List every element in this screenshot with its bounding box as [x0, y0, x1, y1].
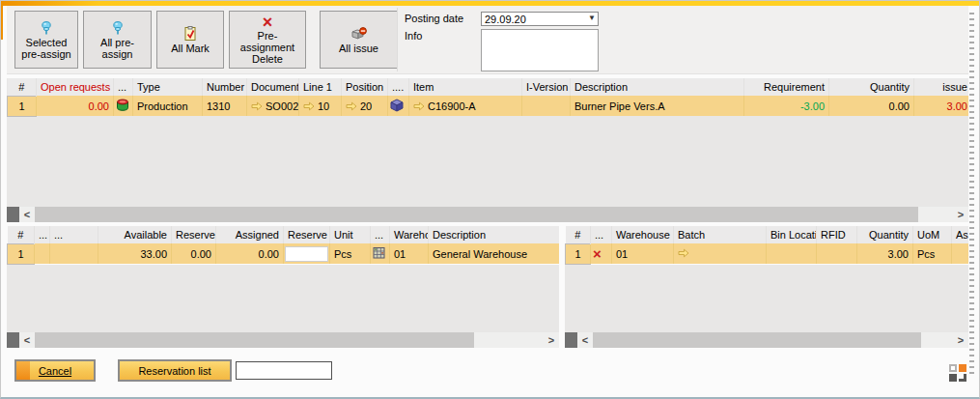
row-number[interactable]: 1	[8, 243, 35, 264]
footer-text-input[interactable]	[236, 361, 332, 380]
warehouse-cell[interactable]: 01	[612, 243, 674, 264]
scrollbar-thumb[interactable]	[593, 332, 921, 348]
scrollbar-thumb[interactable]	[35, 207, 918, 222]
col-unit[interactable]: Unit	[330, 226, 371, 243]
col-bin-location[interactable]: Bin Location	[767, 226, 817, 243]
col-dots[interactable]: ...	[371, 226, 390, 243]
line1-cell[interactable]: 10	[299, 96, 342, 116]
col-reserved[interactable]: Reserved	[172, 226, 216, 243]
info-input[interactable]	[481, 29, 599, 71]
col-quantity[interactable]: Quantity	[829, 78, 914, 96]
col-assigned[interactable]: Assigned	[216, 226, 284, 243]
allocation-scrollbar[interactable]: < >	[565, 332, 968, 348]
available-cell[interactable]: 33.00	[98, 243, 172, 264]
col-num[interactable]: #	[8, 78, 37, 96]
batch-cell[interactable]	[674, 243, 767, 264]
quantity-cell[interactable]: 0.00	[829, 96, 914, 116]
col-num[interactable]: #	[8, 226, 35, 243]
reserve-qty-input[interactable]	[285, 246, 328, 262]
scroll-right-button[interactable]: >	[953, 332, 968, 348]
col-quantity[interactable]: Quantity	[857, 226, 913, 243]
col-description[interactable]: Description	[571, 78, 744, 96]
col-dots2[interactable]: ....	[388, 78, 409, 96]
button-label: All issue	[339, 43, 378, 54]
position-cell[interactable]: 20	[342, 96, 388, 116]
scroll-left-button[interactable]: <	[577, 332, 593, 348]
col-line1[interactable]: Line 1	[299, 78, 342, 96]
red-x-icon[interactable]: ×	[593, 245, 602, 262]
row-number[interactable]: 1	[8, 96, 37, 116]
uom-cell[interactable]: Pcs	[913, 243, 952, 264]
all-issue-button[interactable]: All issue	[320, 11, 398, 69]
link-arrow-icon[interactable]	[251, 101, 263, 111]
posting-date-dropdown[interactable]: 29.09.20 ▼	[481, 12, 599, 26]
col-type[interactable]: Type	[133, 78, 203, 96]
rfid-cell[interactable]	[817, 243, 857, 264]
warehouse-desc-cell[interactable]: General Warehouse	[429, 243, 560, 264]
delete-row-cell[interactable]: ×	[591, 243, 612, 264]
item-cell[interactable]: C16900-A	[409, 96, 522, 116]
scroll-right-button[interactable]: >	[544, 332, 559, 348]
table-row[interactable]: 1 × 01 3.00 Pcs	[566, 243, 969, 264]
col-warehouse[interactable]: Warehouse	[612, 226, 674, 243]
type-cell[interactable]: Production	[133, 96, 203, 116]
table-row[interactable]: 1 0.00 Production 1310 SO0026 10 20 C169…	[8, 96, 969, 116]
col-dots[interactable]: ...	[35, 226, 50, 243]
resize-grip-icon[interactable]	[949, 364, 966, 382]
chevron-down-icon[interactable]: ▼	[588, 14, 596, 22]
col-warehouse[interactable]: Warehouse	[390, 226, 429, 243]
open-requests-cell[interactable]: 0.00	[37, 96, 114, 116]
cancel-button[interactable]: Cancel	[14, 359, 96, 382]
col-available[interactable]: Available	[98, 226, 172, 243]
selected-pre-assign-button[interactable]: Selected pre-assign	[14, 11, 78, 69]
col-issue[interactable]: issue	[914, 78, 969, 96]
reservation-list-button[interactable]: Reservation list	[118, 359, 232, 382]
unit-cell[interactable]: Pcs	[330, 243, 371, 264]
assigned-cell[interactable]: 0.00	[216, 243, 284, 264]
col-number[interactable]: Number	[203, 78, 247, 96]
scroll-left-button[interactable]: <	[19, 207, 35, 222]
table-row[interactable]: 1 33.00 0.00 0.00 Pcs 01 General Warehou…	[8, 243, 560, 264]
col-num[interactable]: #	[566, 226, 591, 243]
all-pre-assign-button[interactable]: All pre-assign	[83, 11, 152, 69]
requests-table-scrollbar[interactable]: < >	[7, 207, 968, 222]
col-item[interactable]: Item	[409, 78, 522, 96]
row-number[interactable]: 1	[566, 243, 591, 264]
availability-scrollbar[interactable]: < >	[7, 332, 559, 348]
issue-cell[interactable]: 3.00	[914, 96, 969, 116]
col-dots[interactable]: ...	[50, 226, 98, 243]
link-arrow-icon[interactable]	[346, 101, 357, 111]
pre-assignment-delete-button[interactable]: × Pre-assignment Delete	[229, 11, 306, 69]
scroll-left-button[interactable]: <	[19, 332, 35, 348]
description-cell[interactable]: Burner Pipe Vers.A	[571, 96, 744, 116]
col-position[interactable]: Position	[342, 78, 388, 96]
requirement-cell[interactable]: -3.00	[744, 96, 829, 116]
document-cell[interactable]: SO0026	[247, 96, 299, 116]
col-assigned[interactable]: As	[952, 226, 969, 243]
window-edge-grip[interactable]	[969, 13, 974, 374]
link-arrow-icon[interactable]	[303, 101, 315, 111]
reserved-cell[interactable]: 0.00	[172, 243, 216, 264]
i-version-cell[interactable]	[522, 96, 571, 116]
col-rfid[interactable]: RFID	[817, 226, 857, 243]
scrollbar-thumb[interactable]	[35, 332, 474, 348]
col-description[interactable]: Description	[429, 226, 560, 243]
link-arrow-icon[interactable]	[678, 248, 689, 258]
warehouse-cell[interactable]: 01	[390, 243, 429, 264]
col-dots[interactable]: ...	[114, 78, 133, 96]
quantity-cell[interactable]: 3.00	[857, 243, 913, 264]
col-dots[interactable]: ...	[591, 226, 612, 243]
col-batch[interactable]: Batch	[674, 226, 767, 243]
link-arrow-icon[interactable]	[413, 101, 425, 111]
col-i-version[interactable]: I-Version	[522, 78, 571, 96]
col-document[interactable]: Document	[247, 78, 299, 96]
reserve-cell[interactable]	[284, 243, 330, 264]
col-requirement[interactable]: Requirement	[744, 78, 829, 96]
col-uom[interactable]: UoM	[913, 226, 952, 243]
number-cell[interactable]: 1310	[203, 96, 247, 116]
scroll-right-button[interactable]: >	[953, 207, 968, 222]
all-mark-button[interactable]: All Mark	[156, 11, 224, 69]
col-open-requests[interactable]: Open requests	[37, 78, 114, 96]
bin-location-cell[interactable]	[767, 243, 817, 264]
col-reserve[interactable]: Reserve	[284, 226, 330, 243]
